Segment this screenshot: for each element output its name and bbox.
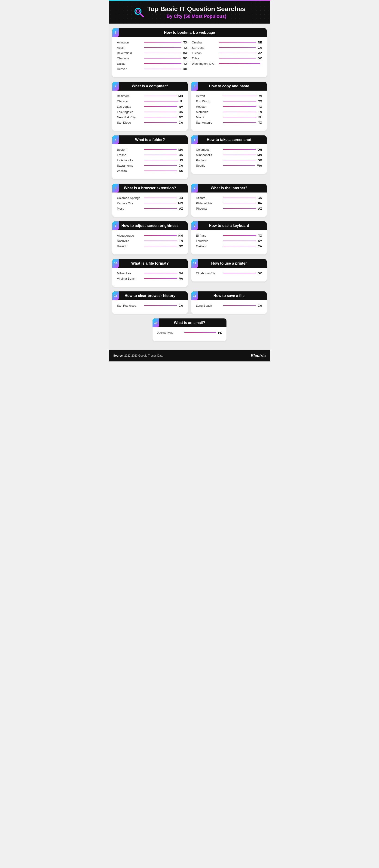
city-col-1-left: Arlington TX Austin TX Bakersfield [117,41,187,72]
city-list-14: Jacksonville FL [157,331,222,336]
city-line [223,106,256,107]
section-row-2-3: 2 What is a computer? Baltimore MD Chica… [112,82,267,131]
city-line [223,149,256,150]
city-line [144,48,181,48]
city-list-12: San Francisco CA [117,304,183,309]
list-item: Miami FL [196,116,262,119]
card-number-14: 14 [153,318,159,327]
list-item: Minneapolis MN [196,153,262,157]
list-item: Fort Worth TX [196,100,262,103]
list-item: Portland OR [196,158,262,162]
city-line [144,160,178,160]
card-title-13: How to save a file [214,294,245,298]
card-header-3: 3 How to copy and paste [191,82,267,91]
card-number-1: 1 [112,28,119,37]
city-line [219,53,256,53]
card-header-2: 2 What is a computer? [112,82,188,91]
section-row-10-11: 10 What is a file format? Milwaukee WI V… [112,259,267,287]
card-header-4: 4 What is a folder? [112,135,188,144]
card-11: 11 How to use a printer Oklahoma City OK [191,259,267,281]
card-body-8: Albuquerque NM Nashville TN Raleigh [112,230,188,254]
card-header-8: 8 How to adjust screen brightness [112,221,188,230]
list-item: Houston TX [196,105,262,108]
city-line [223,155,256,155]
card-1: 1 How to bookmark a webpage Arlington TX… [112,28,267,77]
card-header-13: 13 How to save a file [191,291,267,300]
card-body-12: San Francisco CA [112,300,188,314]
city-line [144,69,181,69]
card-body-6: Colorado Springs CO Kansas City MO Mesa [112,192,188,217]
card-9: 9 How to use a keyboard El Paso TX Louis… [191,221,267,254]
card-title-8: How to adjust screen brightness [121,224,179,228]
city-line [223,160,256,160]
city-line [223,203,256,204]
card-body-5: Columbus OH Minneapolis MN Portland [191,144,267,174]
section-7: 7 What is the internet? Atlanta GA Phila… [191,184,267,217]
city-line [219,63,260,64]
card-body-13: Long Beach CA [191,300,267,314]
list-item: Tucson AZ [192,51,262,55]
city-line [223,197,256,198]
section-1: 1 How to bookmark a webpage Arlington TX… [112,28,267,77]
card-number-11: 11 [191,259,198,268]
card-title-14: What is an email? [174,321,205,325]
city-line [144,305,177,306]
city-line [144,241,177,241]
card-header-12: 12 How to clear browser history [112,291,188,300]
list-item: Philadelphia PA [196,202,262,205]
city-line [223,235,256,236]
card-header-10: 10 What is a file format? [112,259,188,268]
section-row-6-7: 6 What is a browser extension? Colorado … [112,184,267,217]
card-number-3: 3 [191,82,198,91]
city-line [223,273,256,273]
header-accent-top [108,0,271,1]
card-body-4: Boston MA Fresno CA Indianapolis [112,144,188,179]
card-body-11: Oklahoma City OK [191,268,267,281]
list-item: Las Vegas NV [117,105,183,108]
card-5: 5 How to take a screenshot Columbus OH M… [191,135,267,174]
city-list-10: Milwaukee WI Virginia Beach VA [117,272,183,282]
list-item: Baltimore MD [117,94,183,98]
svg-line-1 [140,13,143,17]
list-item: Dallas TX [117,62,187,65]
footer-source: Source: 2022-2023 Google Trends Data [113,354,163,357]
list-item: Mesa AZ [117,207,183,210]
section-row-14: 14 What is an email? Jacksonville FL [112,318,267,341]
section-row-12-13: 12 How to clear browser history San Fran… [112,291,267,314]
footer-logo: Electric [251,353,266,358]
city-line [223,241,256,241]
city-line [144,58,181,59]
list-item: Phoenix AZ [196,207,262,210]
card-2: 2 What is a computer? Baltimore MD Chica… [112,82,188,131]
city-line [219,42,256,42]
card-number-9: 9 [191,221,198,230]
list-item: El Paso TX [196,234,262,237]
card-header-1: 1 How to bookmark a webpage [112,28,267,37]
section-8: 8 How to adjust screen brightness Albuqu… [112,221,188,254]
list-item: Washington, D.C. [192,62,262,65]
city-line [144,112,177,112]
header-text: Top Basic IT Question Searches By City (… [147,5,246,19]
city-line [144,203,176,204]
city-list-11: Oklahoma City OK [196,272,262,277]
card-number-8: 8 [112,221,119,230]
list-item: Oklahoma City OK [196,272,262,275]
city-list-1: Arlington TX Austin TX Bakersfield [117,41,262,72]
list-item: Chicago IL [117,100,183,103]
city-line [223,112,256,112]
footer: Source: 2022-2023 Google Trends Data Ele… [108,350,271,362]
list-item: Long Beach CA [196,304,262,307]
card-header-11: 11 How to use a printer [191,259,267,268]
section-4: 4 What is a folder? Boston MA Fresno [112,135,188,179]
city-line [219,58,256,59]
section-12: 12 How to clear browser history San Fran… [112,291,188,314]
card-body-3: Detroit MI Fort Worth TX Houston [191,91,267,131]
city-line [144,122,177,123]
city-line [144,101,179,101]
list-item: Milwaukee WI [117,272,183,275]
city-line [144,96,177,96]
card-number-2: 2 [112,82,119,91]
list-item: Wichita KS [117,169,183,173]
list-item: San Antonio TX [196,121,262,124]
city-line [144,155,177,155]
